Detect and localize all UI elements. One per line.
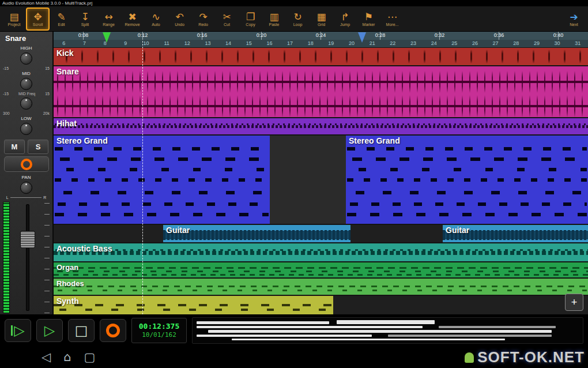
toolbar-button-icon: ⋯ <box>387 12 397 22</box>
home-button[interactable]: ⌂ <box>63 350 71 364</box>
ruler-bar-number: 9 <box>115 40 136 47</box>
toolbar-button-project[interactable]: ▤ Project <box>2 7 26 31</box>
clip-synth[interactable]: Synth <box>54 296 333 314</box>
toolbar-button-label: Copy <box>246 22 255 27</box>
next-icon: ➔ <box>570 12 578 22</box>
ruler-time-label: 0:16 <box>172 32 232 40</box>
play-from-start-button[interactable]: ▷ <box>5 319 31 342</box>
toolbar-button-scroll[interactable]: ✥ Scroll <box>26 7 50 31</box>
toolbar-button-cut[interactable]: ✂ Cut <box>215 7 239 31</box>
track-row-organ[interactable]: Organ <box>54 262 588 279</box>
toolbar-button-icon: ↶ <box>175 12 183 22</box>
pan-knob[interactable] <box>20 182 32 194</box>
eq-freq-min: 300 <box>3 111 10 116</box>
eq-midfreq-knob[interactable] <box>20 97 32 110</box>
waveform <box>54 95 588 117</box>
ruler-bar-number: 6 <box>54 40 74 47</box>
volume-fader[interactable] <box>10 202 44 313</box>
overview-waveform-bar <box>337 320 434 324</box>
eq-gain-max: 15 <box>45 91 50 96</box>
toolbar-button-paste[interactable]: ▥ Paste <box>262 7 286 31</box>
playhead <box>142 41 143 314</box>
toolbar-button-label: Grid <box>318 22 325 27</box>
stop-icon: □ <box>75 324 88 337</box>
track-row-rhodes[interactable]: Rhodes <box>54 279 588 296</box>
overview-waveform-bar <box>439 326 556 328</box>
record-arm-button[interactable] <box>4 156 49 172</box>
toolbar-button-split[interactable]: ↧ Split <box>73 7 97 31</box>
track-row-guitar[interactable]: Guitar Guitar <box>54 225 588 243</box>
eq-high-knob[interactable] <box>20 52 32 65</box>
midi-notes <box>347 145 587 220</box>
pan-right-label: R <box>43 196 46 200</box>
toolbar-button-label: Remove <box>125 22 140 27</box>
toolbar-button-copy[interactable]: ❐ Copy <box>239 7 262 31</box>
eq-low-knob[interactable] <box>20 123 32 135</box>
plus-icon: + <box>571 296 578 308</box>
ruler-bar-number: 13 <box>198 40 218 47</box>
track-row-acoustic-bass[interactable]: Acoustic Bass <box>54 243 588 262</box>
toolbar-button-jump[interactable]: ↱ Jump <box>333 7 357 31</box>
midi-notes <box>54 279 588 295</box>
solo-button[interactable]: S <box>28 140 48 154</box>
midi-notes <box>55 145 269 220</box>
recents-button[interactable]: ▢ <box>84 350 96 364</box>
clip-rhodes[interactable]: Rhodes <box>54 279 588 295</box>
blue-position-marker[interactable] <box>358 32 366 43</box>
watermark: SOFT-OK.NET <box>465 348 585 366</box>
arrangement-overview[interactable] <box>192 317 583 344</box>
clip-stereo-grand-1[interactable]: Stereo Grand <box>54 136 270 224</box>
timeline-ruler[interactable]: 0:080:120:160:200:240:280:320:360:40 678… <box>54 32 588 48</box>
track-row-stereo-grand[interactable]: Stereo Grand Stereo Grand <box>54 136 588 225</box>
overview-waveform-bar <box>197 321 329 324</box>
toolbar-button-more[interactable]: ⋯ More... <box>380 7 404 31</box>
clip-organ[interactable]: Organ <box>54 262 588 277</box>
toolbar-button-remove[interactable]: ✖ Remove <box>120 7 144 31</box>
clip-guitar-2[interactable]: Guitar <box>443 225 588 242</box>
toolbar-button-grid[interactable]: ▦ Grid <box>310 7 333 31</box>
track-row-synth[interactable]: Synth <box>54 296 588 314</box>
track-row-snare[interactable]: Snare <box>54 66 588 118</box>
green-position-marker[interactable] <box>103 32 111 43</box>
clip-stereo-grand-2[interactable]: Stereo Grand <box>346 136 588 224</box>
toolbar-button-marker[interactable]: ⚑ Marker <box>357 7 380 31</box>
ruler-time-label: 0:20 <box>232 32 291 40</box>
eq-mid-knob[interactable] <box>20 78 32 90</box>
toolbar-button-label: Project <box>8 22 21 27</box>
toolbar-button-icon: ✂ <box>223 12 231 22</box>
toolbar-button-icon: ✎ <box>57 12 65 22</box>
add-track-button[interactable]: + <box>565 294 583 311</box>
toolbar-button-icon: ↻ <box>293 12 301 22</box>
mute-button[interactable]: M <box>4 140 25 154</box>
clip-hihat[interactable]: Hihat <box>54 118 588 134</box>
ruler-time-label: 0:32 <box>410 32 469 40</box>
toolbar-button-icon: ▥ <box>269 12 278 22</box>
toolbar: ▤ Project ✥ Scroll ✎ Edit ↧ Split ↔ Rang… <box>0 6 588 32</box>
track-row-hihat[interactable]: Hihat <box>54 118 588 136</box>
toolbar-button-edit[interactable]: ✎ Edit <box>50 7 73 31</box>
toolbar-button-loop[interactable]: ↻ Loop <box>286 7 310 31</box>
play-icon: ▷ <box>14 324 24 337</box>
record-button[interactable] <box>100 319 126 342</box>
level-meter <box>3 202 10 313</box>
play-button[interactable]: ▷ <box>36 319 63 342</box>
toolbar-button-undo[interactable]: ↶ Undo <box>168 7 191 31</box>
toolbar-button-auto[interactable]: ∿ Auto <box>144 7 168 31</box>
clip-kick[interactable]: Kick <box>54 48 588 65</box>
ruler-bar-number: 24 <box>424 40 444 47</box>
overview-waveform-bar <box>197 335 372 337</box>
toolbar-button-redo[interactable]: ↷ Redo <box>191 7 215 31</box>
stop-button[interactable]: □ <box>68 319 95 342</box>
waveform <box>54 71 588 93</box>
clip-acoustic-bass[interactable]: Acoustic Bass <box>54 243 588 261</box>
clip-snare[interactable]: Snare <box>54 66 588 117</box>
track-row-kick[interactable]: Kick <box>54 48 588 66</box>
fader-handle[interactable] <box>20 231 35 248</box>
ruler-bar-number: 30 <box>547 40 568 47</box>
clip-guitar-1[interactable]: Guitar <box>163 225 350 242</box>
toolbar-button-next[interactable]: ➔ Next <box>562 7 586 31</box>
toolbar-button-range[interactable]: ↔ Range <box>97 7 120 31</box>
back-button[interactable]: ◁ <box>42 350 51 364</box>
eq-freq-max: 20k <box>43 111 50 116</box>
eq-freq-range: 300 20k <box>3 111 50 116</box>
